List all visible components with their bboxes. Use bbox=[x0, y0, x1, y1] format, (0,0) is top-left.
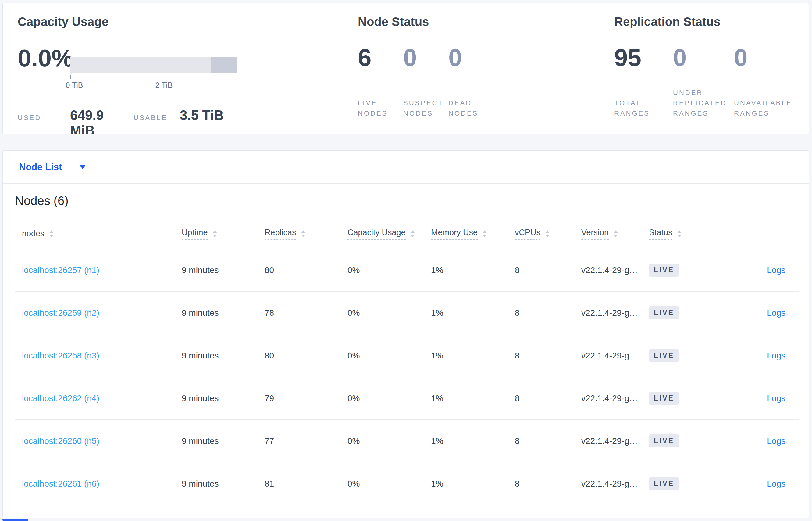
logs-link[interactable]: Logs bbox=[767, 479, 786, 489]
status-badge: LIVE bbox=[649, 434, 679, 448]
sort-icon[interactable] bbox=[411, 230, 415, 237]
capacity-usage-cell: 0% bbox=[348, 393, 431, 403]
node-link[interactable]: localhost:26259 (n2) bbox=[22, 308, 99, 318]
dead-nodes-label: DEAD NODES bbox=[448, 98, 482, 119]
column-header-memory-use[interactable]: Memory Use bbox=[431, 228, 515, 240]
version-cell: v22.1.4-29-g… bbox=[581, 479, 649, 489]
uptime-cell: 9 minutes bbox=[182, 308, 265, 318]
vcpus-cell: 8 bbox=[515, 265, 581, 275]
logs-link[interactable]: Logs bbox=[767, 265, 786, 275]
column-header-vcpus[interactable]: vCPUs bbox=[515, 228, 581, 240]
capacity-bar-track bbox=[70, 57, 237, 73]
logs-link[interactable]: Logs bbox=[767, 308, 786, 318]
node-link[interactable]: localhost:26262 (n4) bbox=[22, 393, 99, 403]
nodes-table-title: Nodes (6) bbox=[3, 184, 809, 208]
node-link[interactable]: localhost:26260 (n5) bbox=[22, 436, 99, 446]
logs-link[interactable]: Logs bbox=[767, 436, 786, 446]
tick-mark bbox=[164, 75, 164, 79]
capacity-bar-segment bbox=[211, 57, 237, 73]
table-row: localhost:26260 (n5) 9 minutes 77 0% 1% … bbox=[15, 420, 799, 462]
column-header-version[interactable]: Version bbox=[581, 228, 649, 240]
node-list-dropdown[interactable]: Node List bbox=[19, 162, 86, 173]
under-replicated-ranges-label: UNDER-REPLICATED RANGES bbox=[673, 88, 727, 119]
capacity-bar-ticks bbox=[70, 73, 237, 81]
version-cell: v22.1.4-29-g… bbox=[581, 308, 649, 318]
status-badge: LIVE bbox=[649, 306, 679, 319]
capacity-usage-cell: 0% bbox=[348, 265, 431, 275]
dead-nodes-value: 0 bbox=[448, 45, 482, 70]
vcpus-cell: 8 bbox=[515, 351, 581, 361]
uptime-cell: 9 minutes bbox=[182, 436, 265, 446]
tick-mark bbox=[211, 75, 211, 79]
replicas-cell: 80 bbox=[265, 265, 348, 275]
memory-use-cell: 1% bbox=[431, 436, 515, 446]
replicas-cell: 77 bbox=[265, 436, 348, 446]
sort-icon[interactable] bbox=[213, 230, 217, 237]
unavailable-ranges-label: UNAVAILABLE RANGES bbox=[734, 98, 798, 119]
table-row: localhost:26261 (n6) 9 minutes 81 0% 1% … bbox=[15, 462, 799, 505]
column-header-status[interactable]: Status bbox=[649, 228, 725, 240]
tick-label-zero: 0 TiB bbox=[66, 81, 83, 90]
capacity-usage-bar-chart: 0 TiB 2 TiB bbox=[70, 57, 237, 90]
cluster-summary-card: Capacity Usage 0.0% 0 TiB 2 TiB bbox=[2, 3, 809, 134]
column-header-uptime[interactable]: Uptime bbox=[182, 228, 265, 240]
vcpus-cell: 8 bbox=[515, 479, 581, 489]
view-selector-bar: Node List bbox=[3, 151, 809, 184]
sort-icon[interactable] bbox=[301, 230, 305, 237]
sort-icon[interactable] bbox=[545, 230, 550, 237]
column-header-capacity-usage[interactable]: Capacity Usage bbox=[348, 228, 431, 240]
memory-use-cell: 1% bbox=[431, 265, 515, 275]
capacity-percent-value: 0.0% bbox=[18, 46, 70, 90]
replicas-cell: 80 bbox=[265, 351, 348, 361]
used-label: USED bbox=[18, 114, 70, 122]
node-link[interactable]: localhost:26261 (n6) bbox=[22, 479, 99, 489]
node-list-card: Node List Nodes (6) nodes Uptime Replica… bbox=[2, 151, 809, 518]
capacity-usage-cell: 0% bbox=[348, 436, 431, 446]
sort-icon[interactable] bbox=[482, 230, 487, 237]
node-link[interactable]: localhost:26258 (n3) bbox=[22, 351, 99, 360]
under-replicated-ranges-value: 0 bbox=[673, 45, 734, 70]
table-row: localhost:26262 (n4) 9 minutes 79 0% 1% … bbox=[15, 377, 799, 420]
uptime-cell: 9 minutes bbox=[182, 393, 265, 403]
column-header-replicas[interactable]: Replicas bbox=[265, 228, 348, 240]
memory-use-cell: 1% bbox=[431, 479, 515, 489]
used-value: 649.9 MiB bbox=[70, 108, 131, 134]
horizontal-scrollbar-thumb[interactable] bbox=[2, 519, 28, 521]
node-status-panel: Node Status 6 LIVE NODES 0 SUSPECT NODES… bbox=[358, 14, 614, 134]
node-list-dropdown-label: Node List bbox=[19, 162, 62, 173]
capacity-usage-cell: 0% bbox=[348, 351, 431, 361]
sort-icon[interactable] bbox=[614, 230, 618, 237]
version-cell: v22.1.4-29-g… bbox=[581, 393, 649, 403]
logs-link[interactable]: Logs bbox=[767, 393, 786, 403]
replication-status-title: Replication Status bbox=[614, 14, 809, 29]
sort-icon[interactable] bbox=[677, 230, 682, 237]
replicas-cell: 79 bbox=[265, 393, 348, 403]
sort-icon[interactable] bbox=[49, 230, 54, 237]
dead-nodes-stat: 0 DEAD NODES bbox=[448, 45, 482, 119]
node-status-title: Node Status bbox=[358, 14, 614, 29]
version-cell: v22.1.4-29-g… bbox=[581, 351, 649, 361]
status-badge: LIVE bbox=[649, 349, 679, 362]
memory-use-cell: 1% bbox=[431, 308, 515, 318]
suspect-nodes-stat: 0 SUSPECT NODES bbox=[403, 45, 448, 119]
memory-use-cell: 1% bbox=[431, 351, 515, 361]
capacity-usage-cell: 0% bbox=[348, 308, 431, 318]
chevron-down-icon bbox=[79, 165, 86, 169]
tick-mark bbox=[70, 75, 71, 79]
usable-label: USABLE bbox=[134, 114, 180, 122]
logs-link[interactable]: Logs bbox=[767, 351, 786, 360]
status-badge: LIVE bbox=[649, 264, 679, 277]
column-header-nodes[interactable]: nodes bbox=[15, 229, 182, 239]
usable-value: 3.5 TiB bbox=[180, 108, 223, 123]
total-ranges-stat: 95 TOTAL RANGES bbox=[614, 45, 673, 119]
version-cell: v22.1.4-29-g… bbox=[581, 436, 649, 446]
table-header-row: nodes Uptime Replicas Capacity Usage Mem… bbox=[15, 219, 799, 249]
vcpus-cell: 8 bbox=[515, 308, 581, 318]
table-row: localhost:26259 (n2) 9 minutes 78 0% 1% … bbox=[15, 292, 799, 334]
table-row: localhost:26257 (n1) 9 minutes 80 0% 1% … bbox=[15, 249, 799, 292]
capacity-usage-cell: 0% bbox=[348, 479, 431, 489]
uptime-cell: 9 minutes bbox=[182, 351, 265, 361]
node-link[interactable]: localhost:26257 (n1) bbox=[22, 265, 99, 275]
suspect-nodes-value: 0 bbox=[403, 45, 448, 70]
suspect-nodes-label: SUSPECT NODES bbox=[403, 98, 444, 119]
